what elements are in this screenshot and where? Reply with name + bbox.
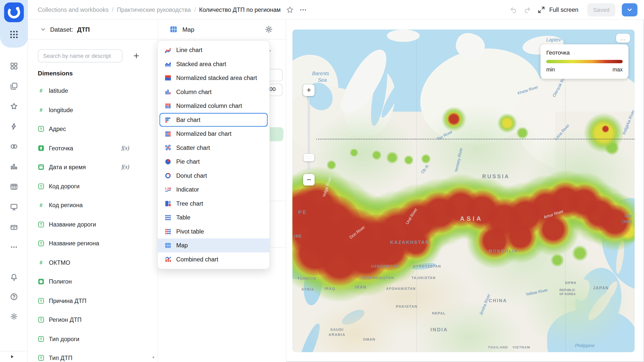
dimension-item[interactable]: TТип дороги (28, 329, 158, 348)
heat-blob (600, 124, 610, 134)
heat-blob (584, 113, 624, 153)
fullscreen-label[interactable]: Full screen (549, 6, 578, 13)
field-type-text-icon: T (38, 221, 44, 228)
bolt-icon (10, 122, 18, 130)
breadcrumb-separator: / (112, 6, 114, 13)
heat-blob (292, 202, 337, 259)
dataset-name[interactable]: ДТП (77, 26, 90, 33)
breadcrumb-item[interactable]: Практические руководства (117, 6, 191, 13)
chart-type-option-line-chart[interactable]: Line chart (159, 43, 268, 57)
dimension-item[interactable]: #ОКТМО (28, 253, 158, 272)
chart-type-option-bar-chart[interactable]: Bar chart (159, 113, 268, 127)
saved-button[interactable]: Saved (587, 3, 615, 16)
zoom-out-button[interactable]: − (303, 174, 315, 186)
rail-item-bell[interactable] (0, 267, 28, 287)
chart-type-option-stacked-area-chart[interactable]: Stacked area chart (159, 57, 268, 71)
zoom-slider-handle[interactable]: ········ (304, 154, 314, 161)
current-chart-type[interactable]: Map (182, 26, 194, 33)
help-icon (10, 293, 18, 300)
chart-type-label: Donut chart (176, 172, 207, 179)
heat-blob (441, 107, 466, 131)
chart-type-option-map[interactable]: Map (158, 239, 269, 253)
apps-grid-icon[interactable] (9, 30, 19, 39)
chart-type-option-combined-chart[interactable]: Combined chart (159, 252, 268, 266)
chart-settings-gear-icon[interactable] (265, 25, 273, 33)
add-field-button[interactable] (130, 49, 143, 62)
heat-blob (292, 174, 337, 246)
dimension-item[interactable]: Полигон (28, 272, 158, 291)
ct-line-icon (165, 47, 171, 53)
dimension-item[interactable]: TПричина ДТП (28, 291, 158, 310)
field-type-text-icon: T (38, 240, 44, 247)
datalens-logo[interactable] (4, 3, 24, 22)
more-actions-icon[interactable] (300, 6, 307, 13)
breadcrumb-item[interactable]: Collections and workbooks (38, 6, 109, 13)
chart-type-label: Bar chart (176, 117, 200, 123)
heat-blob (506, 196, 545, 235)
rail-item-widgets[interactable] (0, 56, 28, 76)
svg-text:1.2M: 1.2M (165, 187, 171, 190)
zoom-in-button[interactable]: + (303, 84, 315, 96)
topbar: Collections and workbooks/Практические р… (28, 0, 644, 20)
chart-type-option-normalized-column-chart[interactable]: Normalized column chart (159, 99, 268, 113)
field-label: Причина ДТП (49, 297, 86, 304)
dimension-item[interactable]: TНазвание дороги (28, 215, 158, 234)
chart-type-option-tree-chart[interactable]: Tree chart (159, 197, 268, 211)
rail-item-ellipsis[interactable] (0, 237, 28, 257)
rail-item-star[interactable] (0, 96, 28, 116)
dimension-item[interactable]: TНазвание региона (28, 234, 158, 253)
chart-type-option-scatter-chart[interactable]: Scatter chart (159, 141, 268, 155)
dimension-item[interactable]: TАдрес (28, 119, 158, 139)
rail-item-bars[interactable] (0, 156, 28, 176)
dimension-item[interactable]: TТип ДТП (28, 348, 158, 362)
expand-bottom-panel-button[interactable] (0, 351, 28, 362)
ct-area-norm-icon (165, 75, 171, 81)
chart-type-option-normalized-stacked-area-chart[interactable]: Normalized stacked area chart (159, 71, 268, 85)
field-label: Адрес (49, 126, 66, 132)
undo-icon[interactable] (510, 6, 517, 13)
heat-blob (478, 194, 530, 245)
heat-blob (396, 223, 435, 263)
dimension-item[interactable]: #Код региона (28, 196, 158, 215)
rail-item-rings[interactable] (0, 136, 28, 156)
rail-item-layers[interactable] (0, 76, 28, 96)
rail-item-grid[interactable] (0, 176, 28, 197)
dimension-item[interactable]: #latitude (28, 81, 158, 100)
favorite-star-icon[interactable] (286, 6, 294, 13)
breadcrumb-item[interactable]: Количество ДТП по регионам (199, 6, 280, 13)
save-dropdown-button[interactable] (622, 3, 637, 16)
dimension-item[interactable]: Геоточкаf(x) (28, 139, 158, 158)
fullscreen-icon[interactable] (538, 6, 545, 13)
map-more-button[interactable]: ... (616, 34, 630, 43)
chart-type-option-column-chart[interactable]: Column chart (159, 85, 268, 99)
rail-item-gear[interactable] (0, 307, 28, 326)
chart-type-option-pie-chart[interactable]: Pie chart (159, 155, 268, 169)
map-type-icon (170, 25, 177, 33)
dimension-item[interactable]: TКод дороги (28, 177, 158, 196)
heat-blob (343, 235, 388, 280)
chart-type-option-normalized-bar-chart[interactable]: Normalized bar chart (159, 127, 268, 141)
map-widget[interactable]: LaptevBarentsSeaKheta RiverOlenyok River… (292, 30, 634, 352)
rail-item-box[interactable] (0, 217, 28, 237)
rail-item-bolt[interactable] (0, 116, 28, 136)
dimension-item[interactable]: Дата и времяf(x) (28, 158, 158, 177)
dimension-item[interactable]: #longitude (28, 100, 158, 119)
redo-icon[interactable] (524, 6, 531, 13)
dimension-item[interactable]: TРегион ДТП (28, 310, 158, 329)
chart-type-option-donut-chart[interactable]: Donut chart (159, 169, 268, 183)
heat-blob (421, 154, 431, 164)
chart-type-option-indicator[interactable]: 1.2MIndicator (159, 183, 268, 197)
field-type-text-icon: T (38, 126, 44, 132)
rail-item-help[interactable] (0, 287, 28, 306)
chart-type-option-table[interactable]: Table (159, 211, 268, 225)
chart-type-option-pivot-table[interactable]: Pivot table (159, 224, 268, 239)
bell-icon (10, 273, 18, 281)
ellipsis-icon (10, 243, 18, 250)
heat-blob (474, 220, 515, 262)
ct-bar-norm-icon (165, 130, 171, 137)
field-search-input[interactable] (38, 49, 122, 62)
dataset-header[interactable]: Dataset: ДТП (28, 20, 158, 39)
rail-item-monitor[interactable] (0, 197, 28, 217)
heat-blob (501, 191, 550, 240)
ct-indicator-icon: 1.2M (165, 186, 171, 193)
